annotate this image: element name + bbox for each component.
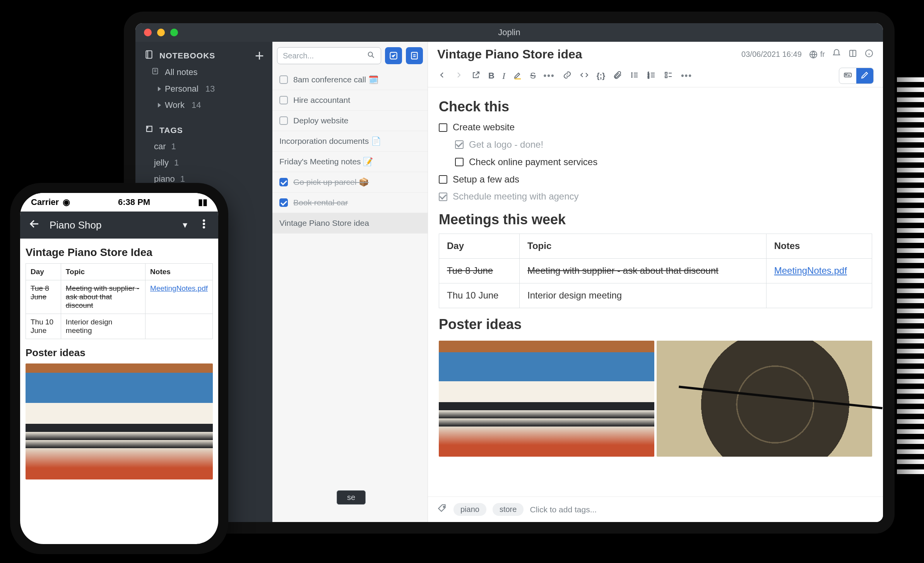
markdown-mode-button[interactable] (839, 68, 856, 84)
bold-button[interactable]: B (488, 71, 495, 81)
task-row[interactable]: Schedule meeting with agency (439, 190, 872, 203)
task-checkbox[interactable] (439, 123, 447, 132)
window-zoom-button[interactable] (170, 29, 178, 36)
note-list-item[interactable]: Incorporation documents 📄 (272, 131, 428, 152)
strikethrough-button[interactable]: S (530, 71, 536, 81)
phone-meetings-table: DayTopicNotes Tue 8 June Meeting with su… (26, 263, 213, 339)
task-checkbox[interactable] (455, 158, 464, 166)
forward-button[interactable] (454, 70, 464, 81)
cell-notes-link[interactable]: MeetingNotes.pdf (150, 284, 208, 292)
note-list-item[interactable]: Hire accountant (272, 90, 428, 111)
back-button[interactable] (437, 70, 447, 81)
attach-button[interactable] (613, 70, 622, 81)
svg-point-39 (203, 223, 205, 225)
note-list-item[interactable]: Book rental car (272, 193, 428, 213)
note-tag-bar: piano store Click to add tags... (428, 496, 883, 522)
more-format-button[interactable]: ••• (544, 71, 555, 81)
sidebar-tag-jelly[interactable]: jelly1 (135, 155, 272, 171)
phone-poster-heading: Poster ideas (26, 347, 213, 359)
phone-title: Vintage Piano Store Idea (26, 246, 213, 259)
number-list-button[interactable]: 123 (647, 70, 656, 81)
add-notebook-button[interactable]: + (255, 51, 264, 60)
note-list-item-label: Hire accountant (293, 96, 350, 105)
note-list-item-label: Deploy website (293, 116, 348, 125)
task-checkbox[interactable] (455, 140, 464, 149)
task-checkbox[interactable] (439, 193, 447, 201)
note-list-item[interactable]: Deploy website (272, 111, 428, 131)
tags-header: TAGS (159, 126, 183, 135)
todo-checkbox[interactable] (279, 75, 288, 84)
task-checkbox[interactable] (439, 175, 447, 184)
svg-point-20 (631, 75, 632, 75)
link-button[interactable] (563, 70, 572, 81)
tag-count: 1 (174, 158, 179, 168)
tag-label: car (154, 142, 166, 152)
spellcheck-button[interactable]: fr (809, 50, 825, 59)
heading-check: Check this (439, 97, 872, 117)
more-list-button[interactable]: ••• (681, 71, 692, 81)
todo-checkbox[interactable] (279, 198, 288, 207)
cell-topic: Interior design meeting (520, 283, 767, 308)
add-tags-prompt[interactable]: Click to add tags... (530, 505, 597, 514)
cell-notes-link[interactable]: MeetingNotes.pdf (774, 265, 847, 276)
svg-rect-32 (665, 76, 667, 78)
phone-note-body[interactable]: Vintage Piano Store Idea DayTopicNotes T… (20, 239, 218, 544)
sidebar-notebook-work[interactable]: Work 14 (135, 97, 272, 113)
bullet-list-button[interactable] (630, 70, 639, 81)
sidebar-tag-car[interactable]: car1 (135, 138, 272, 155)
code-block-button[interactable]: {;} (597, 72, 605, 80)
check-list-button[interactable] (664, 70, 673, 81)
italic-button[interactable]: I (502, 71, 505, 81)
svg-rect-0 (146, 51, 152, 58)
note-properties-button[interactable] (864, 49, 874, 60)
editor-mode-toggle[interactable] (839, 68, 874, 84)
col-day: Day (439, 234, 520, 259)
task-row[interactable]: Check online payment services (455, 155, 872, 169)
sidebar-bottom-button[interactable]: se (337, 490, 366, 505)
editor-panel: Vintage Piano Store idea 03/06/2021 16:4… (428, 42, 883, 522)
note-list-item[interactable]: 8am conference call 🗓️ (272, 70, 428, 90)
cell-notes (145, 314, 213, 339)
alarm-button[interactable] (832, 49, 841, 60)
todo-checkbox[interactable] (279, 116, 288, 125)
richtext-mode-button[interactable] (856, 68, 873, 84)
code-button[interactable] (580, 70, 589, 81)
phone-poster-image (26, 363, 213, 479)
search-input[interactable]: Search... (277, 47, 381, 64)
todo-checkbox[interactable] (279, 96, 288, 104)
tag-chip-piano[interactable]: piano (453, 503, 486, 516)
poster-image-piano (439, 341, 654, 457)
external-edit-button[interactable] (471, 70, 481, 81)
note-list-item[interactable]: Vintage Piano Store idea (272, 213, 428, 234)
back-button[interactable] (29, 218, 40, 232)
svg-point-21 (631, 77, 632, 77)
todo-checkbox[interactable] (279, 178, 288, 186)
note-title[interactable]: Vintage Piano Store idea (437, 47, 582, 61)
sidebar-all-notes[interactable]: All notes (135, 64, 272, 81)
note-list-item[interactable]: Friday's Meeting notes 📝 (272, 152, 428, 172)
more-menu-button[interactable] (198, 218, 210, 232)
heading-poster: Poster ideas (439, 314, 872, 334)
notes-icon (151, 67, 159, 78)
notebooks-header: NOTEBOOKS (159, 51, 215, 60)
highlight-button[interactable] (513, 70, 522, 81)
table-row: Tue 8 June Meeting with supplier - ask a… (26, 280, 213, 314)
editor-body[interactable]: Check this Create websiteGet a logo - do… (428, 87, 883, 496)
window-minimize-button[interactable] (157, 29, 165, 36)
window-title: Joplin (135, 27, 883, 38)
note-list-item-label: Friday's Meeting notes 📝 (279, 157, 373, 166)
toggle-layout-button[interactable] (848, 49, 857, 60)
task-row[interactable]: Create website (439, 121, 872, 134)
note-list-item[interactable]: Go pick up parcel 📦 (272, 172, 428, 193)
window-close-button[interactable] (144, 29, 152, 36)
table-row: Thu 10 June Interior design meeting (26, 314, 213, 339)
new-note-button[interactable] (406, 47, 423, 64)
new-todo-button[interactable] (385, 47, 402, 64)
tag-chip-store[interactable]: store (493, 503, 524, 516)
task-row[interactable]: Setup a few ads (439, 173, 872, 186)
svg-point-40 (203, 226, 205, 228)
sidebar-notebook-personal[interactable]: Personal 13 (135, 81, 272, 97)
dropdown-icon[interactable]: ▼ (181, 221, 189, 230)
sidebar-item-count: 13 (205, 84, 215, 94)
task-row[interactable]: Get a logo - done! (455, 138, 872, 152)
